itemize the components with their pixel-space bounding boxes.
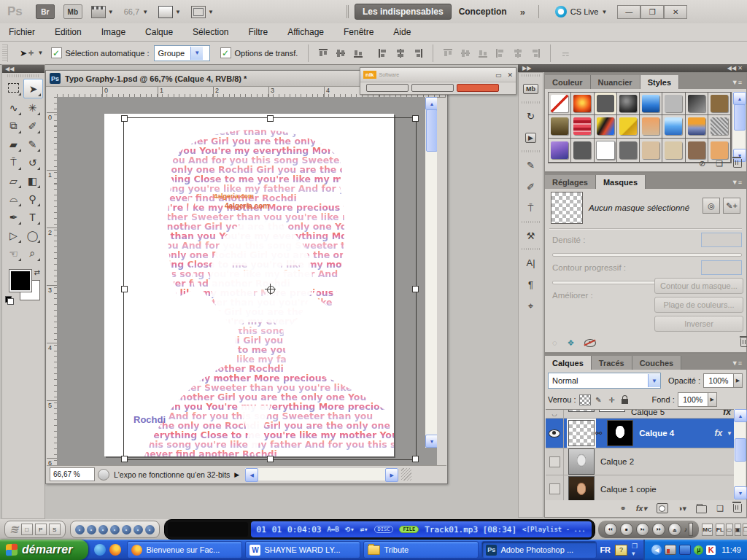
- apply-mask-icon[interactable]: ❖: [568, 338, 575, 348]
- default-colors-icon[interactable]: [5, 296, 14, 305]
- tools-collapse-bar[interactable]: ◀◀: [2, 65, 44, 73]
- horizontal-scrollbar[interactable]: ◀ ▶: [245, 468, 398, 481]
- minimize-button[interactable]: —: [617, 5, 640, 19]
- workspace-conception[interactable]: Conception: [452, 4, 514, 19]
- al-top-button[interactable]: [440, 46, 456, 61]
- playlist-label[interactable]: <[Playlist - ...: [522, 526, 586, 533]
- player-shortcut-icon-1[interactable]: •: [75, 525, 85, 534]
- new-style-icon[interactable]: ❏: [716, 159, 723, 168]
- pl-button[interactable]: PL: [716, 524, 724, 536]
- tab-nuancier[interactable]: Nuancier: [591, 75, 640, 89]
- new-layer-icon[interactable]: ❑: [716, 504, 724, 513]
- close-button[interactable]: ✕: [664, 5, 687, 19]
- scroll-up-icon[interactable]: ▲: [425, 97, 437, 110]
- mini-bridge-icon[interactable]: Mb: [519, 78, 543, 100]
- transform-handle-tl[interactable]: [121, 115, 128, 122]
- arrange-documents-icon[interactable]: [158, 6, 173, 18]
- link-mask-icon[interactable]: ⚯: [595, 429, 602, 438]
- player-shortcut-icon-3[interactable]: •: [98, 525, 108, 534]
- mini-bridge-button[interactable]: Mb: [63, 4, 82, 19]
- layer-name[interactable]: Calque 1 copie: [600, 485, 657, 494]
- layer-thumbnail[interactable]: [568, 420, 595, 446]
- layer-style-icon[interactable]: fx▾: [636, 504, 647, 513]
- al-bot-button[interactable]: [350, 46, 366, 61]
- screen-mode-icon[interactable]: [191, 6, 206, 18]
- next-button[interactable]: ⏵⏵: [652, 523, 665, 536]
- history-brush-tool[interactable]: ↺: [23, 153, 42, 171]
- vertical-scrollbar[interactable]: ▲ ▼: [425, 97, 437, 448]
- tab-calques[interactable]: Calques: [545, 356, 592, 370]
- task-button-photoshop[interactable]: PsAdobe Photoshop ...: [481, 541, 597, 559]
- style-swatch-6[interactable]: [662, 93, 685, 115]
- player-shortcut-icon-5[interactable]: •: [122, 525, 131, 534]
- transform-handle-ml[interactable]: [121, 286, 128, 292]
- vertical-scroll-thumb[interactable]: [426, 109, 437, 152]
- scroll-down-icon[interactable]: ▼: [425, 435, 437, 448]
- foreground-color-swatch[interactable]: [9, 270, 31, 292]
- delete-style-icon[interactable]: [733, 159, 742, 168]
- lock-position-icon[interactable]: ✛: [607, 395, 617, 405]
- menu-affichage[interactable]: Affichage: [287, 27, 324, 37]
- panel-menu-icon[interactable]: ▼≡: [732, 179, 746, 189]
- quick-launch-ie-icon[interactable]: [94, 544, 106, 556]
- opacity-arrow-icon[interactable]: ▶: [734, 373, 743, 388]
- tab-couleur[interactable]: Couleur: [545, 75, 591, 89]
- auto-select-checkbox[interactable]: ✓: [51, 47, 62, 58]
- previous-button[interactable]: ⏴⏴: [604, 523, 617, 536]
- fx-expand-icon[interactable]: ▼: [727, 430, 732, 437]
- play-pause-button[interactable]: ⏵⏸: [636, 523, 649, 536]
- vertical-ruler[interactable]: 0123456: [47, 97, 58, 465]
- menu-calque[interactable]: Calque: [145, 27, 173, 37]
- character-panel-icon[interactable]: A|: [519, 252, 543, 273]
- layers-scroll-thumb[interactable]: [735, 438, 746, 462]
- scroll-up-icon[interactable]: ▲: [733, 92, 746, 105]
- transform-handle-mr[interactable]: [412, 286, 419, 292]
- style-swatch-14[interactable]: [662, 115, 685, 138]
- tab-traces[interactable]: Tracés: [592, 356, 632, 370]
- zoom-level-value[interactable]: 66,7: [124, 7, 139, 16]
- menu-edition[interactable]: Edition: [55, 27, 82, 37]
- clone-stamp-tool[interactable]: ⍑: [4, 153, 23, 171]
- style-swatch-8[interactable]: [708, 93, 731, 115]
- tab-masques[interactable]: Masques: [596, 175, 646, 189]
- tools-presets-icon[interactable]: ⚒: [519, 225, 543, 246]
- resize-grip[interactable]: [401, 468, 411, 481]
- blend-mode-dropdown[interactable]: Normal ▼: [548, 373, 661, 389]
- menu-image[interactable]: Image: [101, 27, 125, 37]
- adjustment-layer-icon[interactable]: ◑▾: [678, 504, 686, 513]
- visibility-toggle[interactable]: ◡: [546, 410, 564, 418]
- scroll-left-icon[interactable]: ◀: [245, 468, 258, 482]
- link-layers-icon[interactable]: ⚭: [619, 504, 626, 513]
- path-selection-tool[interactable]: ▷: [4, 226, 23, 244]
- spot-healing-tool[interactable]: ▰: [4, 135, 23, 153]
- transform-handle-tc[interactable]: [267, 115, 274, 122]
- file-badge[interactable]: FILE: [399, 526, 419, 533]
- eject-button[interactable]: ⏏: [668, 523, 681, 536]
- delete-layer-icon[interactable]: [733, 504, 742, 513]
- task-button-folder[interactable]: Tribute: [363, 541, 479, 559]
- style-swatch-1[interactable]: [549, 93, 571, 115]
- scroll-up-icon[interactable]: ▲: [734, 409, 747, 422]
- transform-bounding-box[interactable]: [123, 117, 417, 460]
- player-shade-icon[interactable]: ▣: [735, 524, 742, 536]
- styles-scroll-thumb[interactable]: [734, 104, 746, 131]
- layer-row-calque1-copie[interactable]: Calque 1 copie: [546, 475, 735, 500]
- style-swatch-11[interactable]: [595, 115, 617, 138]
- desk-restore-icon[interactable]: ❐▾: [632, 542, 638, 557]
- canvas-area[interactable]: Close to me you're like my mother More p…: [57, 97, 437, 465]
- start-button[interactable]: démarrer: [0, 540, 88, 560]
- nik-minimize-icon[interactable]: ▭: [495, 71, 502, 79]
- quick-launch-firefox-icon[interactable]: [109, 544, 121, 556]
- lasso-tool[interactable]: ∿: [4, 98, 23, 117]
- repeat-icon[interactable]: ⟲▾: [345, 526, 355, 533]
- visibility-toggle[interactable]: [546, 475, 564, 500]
- network-tray-icon[interactable]: [679, 545, 691, 555]
- layer-row-calque4[interactable]: ⚯ Calque 4 fx ▼: [546, 419, 735, 448]
- disable-mask-icon[interactable]: [584, 339, 596, 347]
- zoom-tool[interactable]: ⌕: [23, 244, 42, 262]
- layer-row-calque5[interactable]: ◡ Calque 5 fx: [546, 410, 735, 419]
- eyedropper-tool[interactable]: ✐: [23, 117, 42, 135]
- al-left-button[interactable]: [492, 46, 508, 61]
- style-swatch-16[interactable]: [708, 115, 731, 138]
- al-hc-button[interactable]: [392, 46, 409, 61]
